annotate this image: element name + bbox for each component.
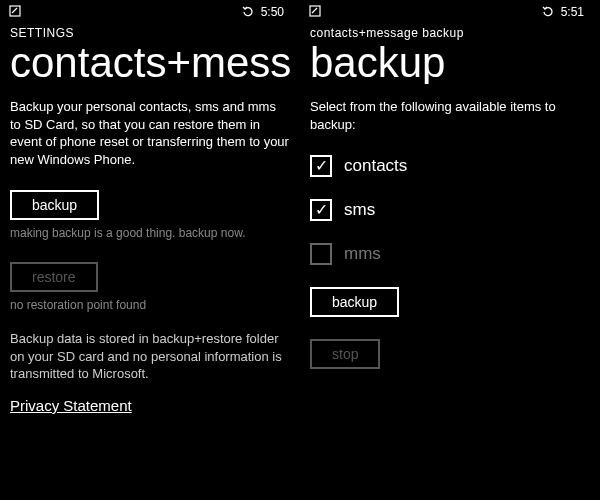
- backup-button[interactable]: backup: [310, 287, 399, 317]
- svg-rect-0: [10, 6, 20, 16]
- restore-hint: no restoration point found: [10, 298, 290, 312]
- checkbox-label: mms: [344, 244, 381, 264]
- restore-button: restore: [10, 262, 98, 292]
- storage-note: Backup data is stored in backup+restore …: [10, 330, 290, 383]
- checkbox-label: sms: [344, 200, 375, 220]
- rotation-lock-icon: [241, 5, 255, 19]
- checkbox[interactable]: ✓: [310, 199, 332, 221]
- page-title: backup: [310, 42, 590, 84]
- privacy-statement-link[interactable]: Privacy Statement: [10, 397, 132, 414]
- backup-hint: making backup is a good thing. backup no…: [10, 226, 290, 240]
- rotation-lock-icon: [541, 5, 555, 19]
- page-category: SETTINGS: [10, 26, 290, 40]
- notification-icon: [308, 4, 322, 18]
- backup-select-pane: 5:51 contacts+message backup backup Sele…: [300, 0, 600, 500]
- notification-icon: [8, 4, 22, 18]
- checkbox-row-sms[interactable]: ✓ sms: [310, 199, 590, 221]
- page-title: contacts+message backup: [10, 42, 290, 84]
- checkbox-row-mms: mms: [310, 243, 590, 265]
- intro-text: Select from the following available item…: [310, 98, 590, 133]
- stop-button: stop: [310, 339, 380, 369]
- status-time: 5:51: [561, 5, 584, 19]
- intro-text: Backup your personal contacts, sms and m…: [10, 98, 290, 168]
- checkmark-icon: ✓: [315, 158, 328, 174]
- checkmark-icon: ✓: [315, 202, 328, 218]
- svg-rect-1: [310, 6, 320, 16]
- checkbox-row-contacts[interactable]: ✓ contacts: [310, 155, 590, 177]
- status-bar: 5:50: [10, 0, 290, 24]
- backup-button[interactable]: backup: [10, 190, 99, 220]
- status-time: 5:50: [261, 5, 284, 19]
- settings-main-pane: 5:50 SETTINGS contacts+message backup Ba…: [0, 0, 300, 500]
- checkbox: [310, 243, 332, 265]
- checkbox-label: contacts: [344, 156, 407, 176]
- page-category: contacts+message backup: [310, 26, 590, 40]
- status-bar: 5:51: [310, 0, 590, 24]
- checkbox[interactable]: ✓: [310, 155, 332, 177]
